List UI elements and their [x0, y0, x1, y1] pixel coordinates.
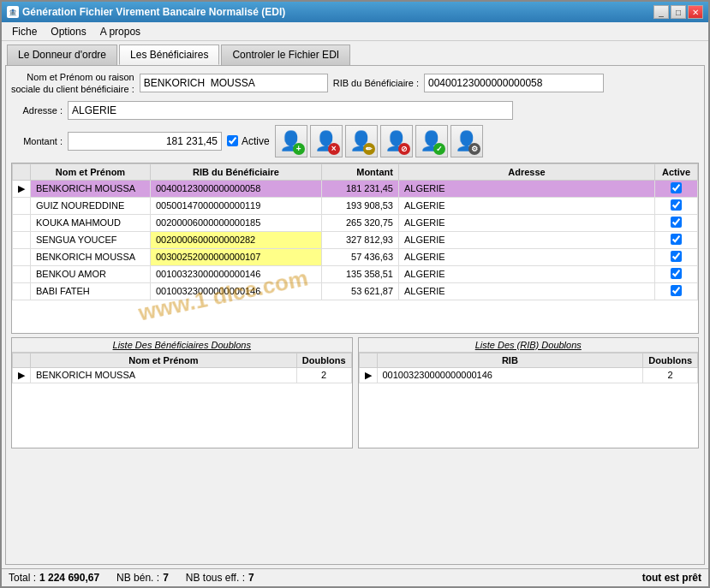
action-buttons: 👤 + 👤 × 👤 ✏ 👤 ⊘ 👤 ✓	[275, 125, 483, 157]
row-address: ALGERIE	[399, 231, 655, 248]
dup-rib-row-arrow: ▶	[359, 367, 377, 383]
dup-rib-table-container[interactable]: RIB Doublons ▶ 001003230000000000146 2	[359, 353, 699, 448]
confirm-button[interactable]: 👤 ✓	[415, 125, 448, 157]
dup-rib-row-rib: 001003230000000000146	[377, 367, 643, 383]
add-badge: +	[293, 143, 305, 155]
dup-beneficiaires-row[interactable]: ▶ BENKORICH MOUSSA 2	[13, 367, 352, 383]
menu-options[interactable]: Options	[44, 24, 92, 39]
row-address: ALGERIE	[399, 214, 655, 231]
row-name: BENKORICH MOUSSA	[31, 248, 151, 265]
col-header-addr: Adresse	[399, 163, 655, 180]
row-rib: 00500147000000000119	[151, 197, 322, 214]
row-rib: 00100323000000000146	[151, 265, 322, 282]
dup-row-name: BENKORICH MOUSSA	[31, 367, 297, 383]
row-name: BENKORICH MOUSSA	[31, 180, 151, 197]
col-header-arrow	[13, 163, 31, 180]
address-input[interactable]	[68, 101, 513, 120]
row-arrow	[13, 197, 31, 214]
amount-label: Montant :	[11, 136, 63, 146]
table-row[interactable]: SENGUA YOUCEF 0020000600000000282 327 81…	[13, 231, 698, 248]
dup-col-name: Nom et Prénom	[31, 353, 297, 367]
delete-button[interactable]: 👤 ×	[310, 125, 343, 157]
row-active	[655, 197, 698, 214]
row-address: ALGERIE	[399, 265, 655, 282]
row-active	[655, 248, 698, 265]
row-active	[655, 180, 698, 197]
row-rib: 00300252000000000107	[151, 248, 322, 265]
settings-button[interactable]: 👤 ⚙	[450, 125, 483, 157]
rib-label: RIB du Bénéficiaire :	[333, 78, 419, 88]
address-label: Adresse :	[11, 105, 63, 116]
menu-fiche[interactable]: Fiche	[5, 24, 44, 39]
row-name: GUIZ NOUREDDINE	[31, 197, 151, 214]
cancel-button[interactable]: 👤 ⊘	[380, 125, 413, 157]
rib-input[interactable]	[424, 74, 604, 92]
add-button[interactable]: 👤 +	[275, 125, 307, 157]
row-amount: 181 231,45	[322, 180, 399, 197]
table-row[interactable]: BENKOU AMOR 00100323000000000146 135 358…	[13, 265, 698, 282]
dup-rib-row-count: 2	[643, 367, 698, 383]
row-amount: 193 908,53	[322, 197, 399, 214]
tab-beneficiaires[interactable]: Les Bénéficiaires	[119, 45, 219, 65]
dup-rib-row[interactable]: ▶ 001003230000000000146 2	[359, 367, 698, 383]
tab-controler[interactable]: Controler le Fichier EDI	[221, 45, 350, 65]
dup-rib-col-count: Doublons	[643, 353, 698, 367]
table-row[interactable]: KOUKA MAHMOUD 00200006000000000185 265 3…	[13, 214, 698, 231]
dup-rib-title: Liste Des (RIB) Doublons	[359, 338, 699, 353]
dup-rib-col-rib: RIB	[377, 353, 643, 367]
dup-beneficiaires-panel: Liste Des Bénéficiaires Doublons Nom et …	[11, 337, 353, 448]
row-address: ALGERIE	[399, 248, 655, 265]
dup-rib-panel: Liste Des (RIB) Doublons RIB Doublons	[358, 337, 700, 448]
row-active	[655, 214, 698, 231]
name-label: Nom et Prénom ou raisonsociale du client…	[11, 71, 134, 96]
main-window: 🏦 Génération Fichier Virement Bancaire N…	[0, 0, 710, 588]
dup-beneficiaires-table-container[interactable]: Nom et Prénom Doublons ▶ BENKORICH MOUSS…	[12, 353, 352, 448]
row-name: BABI FATEH	[31, 282, 151, 300]
amount-input[interactable]	[68, 132, 222, 151]
row-rib: 0020000600000000282	[151, 231, 322, 248]
maximize-button[interactable]: □	[671, 5, 686, 19]
table-row[interactable]: ▶ BENKORICH MOUSSA 00400123000000000058 …	[13, 180, 698, 197]
main-table-container[interactable]: Nom et Prénom RIB du Bénéficiaire Montan…	[11, 163, 699, 334]
table-row[interactable]: BABI FATEH 00100323000000000146 53 621,8…	[13, 282, 698, 300]
total-label: Total :	[9, 572, 36, 584]
settings-badge: ⚙	[468, 143, 480, 155]
row-address: ALGERIE	[399, 282, 655, 300]
edit-button[interactable]: 👤 ✏	[345, 125, 378, 157]
close-button[interactable]: ✕	[688, 5, 703, 19]
row-arrow: ▶	[13, 180, 31, 197]
row-active	[655, 231, 698, 248]
menu-apropos[interactable]: A propos	[93, 24, 147, 39]
amount-row: Montant : Active 👤 + 👤 × 👤 ✏	[11, 125, 699, 157]
nb-tous-value: 7	[248, 572, 254, 584]
name-input[interactable]	[140, 74, 328, 92]
delete-badge: ×	[328, 143, 340, 155]
title-buttons: _ □ ✕	[653, 5, 703, 19]
row-arrow	[13, 282, 31, 300]
row-address: ALGERIE	[399, 180, 655, 197]
tab-donneur[interactable]: Le Donneur d'ordre	[7, 45, 117, 65]
row-name: BENKOU AMOR	[31, 265, 151, 282]
active-checkbox[interactable]	[227, 135, 238, 146]
app-icon: 🏦	[7, 6, 19, 18]
dup-rib-col-arrow	[359, 353, 377, 367]
minimize-button[interactable]: _	[653, 5, 669, 19]
row-rib: 00100323000000000146	[151, 282, 322, 300]
table-row[interactable]: BENKORICH MOUSSA 00300252000000000107 57…	[13, 248, 698, 265]
nb-ben-value: 7	[163, 572, 169, 584]
col-header-name: Nom et Prénom	[31, 163, 151, 180]
cancel-badge: ⊘	[398, 143, 410, 155]
table-row[interactable]: GUIZ NOUREDDINE 00500147000000000119 193…	[13, 197, 698, 214]
row-arrow	[13, 248, 31, 265]
nb-ben-label: NB bén. :	[116, 572, 159, 584]
status-nb-tous: NB tous eff. : 7	[186, 572, 254, 584]
dup-beneficiaires-table: Nom et Prénom Doublons ▶ BENKORICH MOUSS…	[12, 353, 352, 383]
dup-col-count: Doublons	[296, 353, 351, 367]
dup-row-arrow: ▶	[13, 367, 31, 383]
row-rib: 00200006000000000185	[151, 214, 322, 231]
address-row: Adresse :	[11, 101, 699, 120]
row-address: ALGERIE	[399, 197, 655, 214]
row-amount: 327 812,93	[322, 231, 399, 248]
active-label[interactable]: Active	[227, 135, 270, 147]
name-rib-row: Nom et Prénom ou raisonsociale du client…	[11, 71, 699, 96]
